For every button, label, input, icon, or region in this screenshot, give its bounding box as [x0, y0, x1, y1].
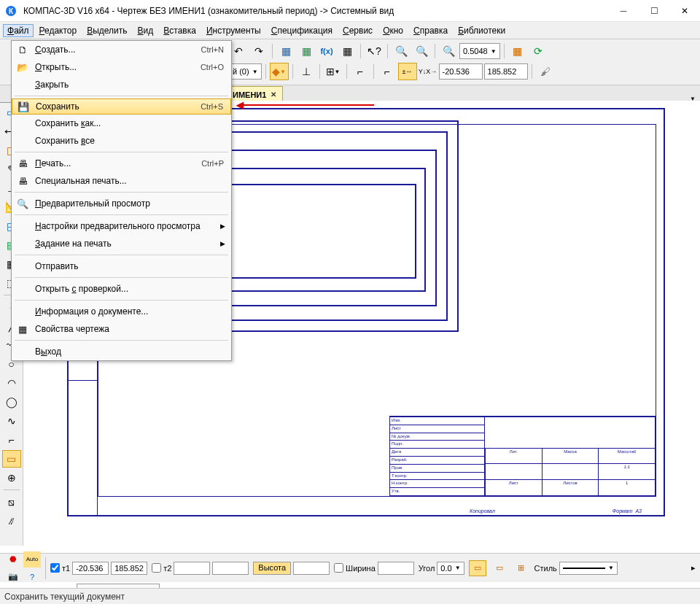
ortho-icon[interactable]: ⊥	[297, 63, 316, 80]
coord-label-icon[interactable]: Y↓X→	[419, 63, 438, 80]
menuitem--[interactable]: Информация о документе...	[12, 303, 231, 320]
menuitem--[interactable]: 🖶Специальная печать...	[12, 172, 231, 190]
menu-файл[interactable]: Файл	[3, 24, 34, 37]
rectangle-tool-icon[interactable]: ▭	[2, 450, 21, 468]
point1-field: т1	[50, 562, 147, 575]
preview-icon: 🔍	[15, 198, 31, 209]
save-icon: 💾	[15, 101, 31, 112]
style-combo[interactable]: ▼	[559, 562, 618, 575]
redo-icon[interactable]: ↷	[249, 42, 268, 60]
point2-checkbox[interactable]	[152, 563, 161, 573]
menu-спецификация[interactable]: Спецификация	[267, 24, 337, 37]
width-input[interactable]	[378, 562, 414, 575]
color-picker-icon[interactable]: ◆▼	[270, 63, 289, 80]
help-icon[interactable]: ?	[23, 569, 41, 585]
report-icon[interactable]: ▦	[338, 42, 357, 60]
menuitem--[interactable]: 🖶Печать...Ctrl+P	[12, 155, 231, 172]
menu-справка[interactable]: Справка	[409, 24, 452, 37]
camera-icon[interactable]: 📷	[4, 569, 22, 585]
chevron-right-icon: ▶	[220, 240, 225, 247]
point1-checkbox[interactable]	[50, 563, 60, 573]
paint-icon[interactable]: 🖌	[536, 63, 555, 80]
document-tab[interactable]: ИМЕНИ1 ✕	[226, 86, 283, 102]
zoom-fit-icon[interactable]: 🔍	[439, 42, 458, 60]
menuitem--[interactable]: 🔍Предварительный просмотр	[12, 195, 231, 212]
point2-y-input[interactable]	[212, 562, 249, 575]
lcs-icon[interactable]: ⌐	[378, 63, 397, 80]
menu-библиотеки[interactable]: Библиотеки	[454, 24, 510, 37]
menuitem--[interactable]: 📂Открыть...Ctrl+O	[12, 58, 231, 76]
arc-tool-icon[interactable]: ◠	[2, 374, 21, 392]
fx-icon[interactable]: f(x)	[317, 42, 336, 60]
copy-label: Копировал	[470, 508, 495, 514]
menuitem--[interactable]: Выход	[12, 343, 231, 360]
point1-x-input[interactable]	[72, 562, 109, 575]
rect-type-2-icon[interactable]: ▭	[491, 560, 508, 576]
menuitem--[interactable]: 💾СохранитьCtrl+S	[12, 98, 231, 115]
hatch-tool-icon[interactable]: ⧅	[2, 493, 21, 511]
status-text: Сохранить текущий документ	[4, 592, 125, 602]
angle-combo[interactable]: 0.0▼	[437, 562, 464, 575]
menuitem--[interactable]: 🗋Создать...Ctrl+N	[12, 41, 231, 58]
rect-type-3-icon[interactable]: ⊞	[513, 560, 530, 576]
variables-icon[interactable]: ▦	[297, 42, 316, 60]
menu-вставка[interactable]: Вставка	[159, 24, 201, 37]
style-field: Стиль ▼	[534, 562, 618, 575]
minimize-button[interactable]: ─	[608, 1, 639, 21]
menuitem--[interactable]: Открыть с проверкой...	[12, 280, 231, 298]
grid-icon[interactable]: ⊞▼	[324, 63, 343, 80]
new-icon: 🗋	[15, 44, 31, 55]
file-menu-dropdown: 🗋Создать...Ctrl+N📂Открыть...Ctrl+OЗакрыт…	[11, 40, 232, 361]
window-title: КОМПАС-3D V16 x64 - Чертеж БЕЗ ИМЕНИ1 (о…	[22, 6, 608, 16]
menuitem--[interactable]: Сохранить все	[12, 132, 231, 150]
equidist-tool-icon[interactable]: ⫽	[2, 512, 21, 530]
auto-icon[interactable]: Auto	[23, 551, 41, 568]
menu-выделить[interactable]: Выделить	[82, 24, 131, 37]
chamfer-tool-icon[interactable]: ⌐	[2, 431, 21, 449]
ellipse-tool-icon[interactable]: ◯	[2, 393, 21, 411]
layer-combo[interactable]: й (0)▼	[229, 63, 262, 80]
coord-y-field[interactable]: 185.852	[484, 63, 528, 80]
views-icon[interactable]: ▦	[508, 42, 527, 60]
snap-icon[interactable]: ⌐	[351, 63, 370, 80]
height-input[interactable]	[293, 562, 330, 575]
close-button[interactable]: ✕	[669, 1, 700, 21]
point1-y-input[interactable]	[111, 562, 147, 575]
point2-x-input[interactable]	[174, 562, 210, 575]
property-bar: ⬣ Auto 📷 ? т1 т2 Высота Ширина Угол 0.0▼…	[0, 553, 700, 582]
width-checkbox[interactable]	[334, 563, 343, 573]
coord-mode-icon[interactable]: ±↔	[398, 63, 417, 80]
tab-close-icon[interactable]: ✕	[271, 90, 276, 98]
help-cursor-icon[interactable]: ↖?	[365, 42, 384, 60]
menu-инструменты[interactable]: Инструменты	[202, 24, 265, 37]
menu-окно[interactable]: Окно	[378, 24, 408, 37]
stop-icon[interactable]: ⬣	[4, 551, 22, 568]
zoom-out-icon[interactable]: 🔍	[412, 42, 431, 60]
menuitem--[interactable]: Закрыть	[12, 76, 231, 93]
refresh-icon[interactable]: ⟳	[529, 42, 548, 60]
zoom-in-icon[interactable]: 🔍	[392, 42, 411, 60]
menu-bar: ФайлРедакторВыделитьВидВставкаИнструмент…	[0, 22, 700, 39]
drawn-rectangle	[223, 184, 416, 279]
menuitem--[interactable]: Сохранить как...	[12, 115, 231, 132]
menu-вид[interactable]: Вид	[133, 24, 158, 37]
gather-tool-icon[interactable]: ⊕	[2, 469, 21, 487]
menu-сервис[interactable]: Сервис	[338, 24, 377, 37]
menuitem--[interactable]: ▦Свойства чертежа	[12, 320, 231, 338]
width-field: Ширина	[334, 562, 414, 575]
zoom-combo[interactable]: 0.5048▼	[459, 43, 500, 59]
menu-редактор[interactable]: Редактор	[35, 24, 82, 37]
spline-tool-icon[interactable]: ∿	[2, 412, 21, 430]
rect-type-1-icon[interactable]: ▭	[469, 560, 486, 576]
coord-x-field[interactable]: -20.536	[439, 63, 483, 80]
chevron-right-icon: ▶	[220, 222, 225, 230]
print-icon: 🖶	[15, 158, 31, 169]
more-arrow-icon[interactable]: ▸	[691, 563, 696, 573]
library-icon[interactable]: ▦	[276, 42, 295, 60]
menuitem--[interactable]: Задание на печать▶	[12, 235, 231, 252]
maximize-button[interactable]: ☐	[639, 1, 669, 21]
menuitem--[interactable]: Отправить	[12, 258, 231, 275]
open-icon: 📂	[15, 62, 31, 73]
menuitem--[interactable]: Настройки предварительного просмотра▶	[12, 217, 231, 235]
app-icon: К	[0, 5, 22, 17]
